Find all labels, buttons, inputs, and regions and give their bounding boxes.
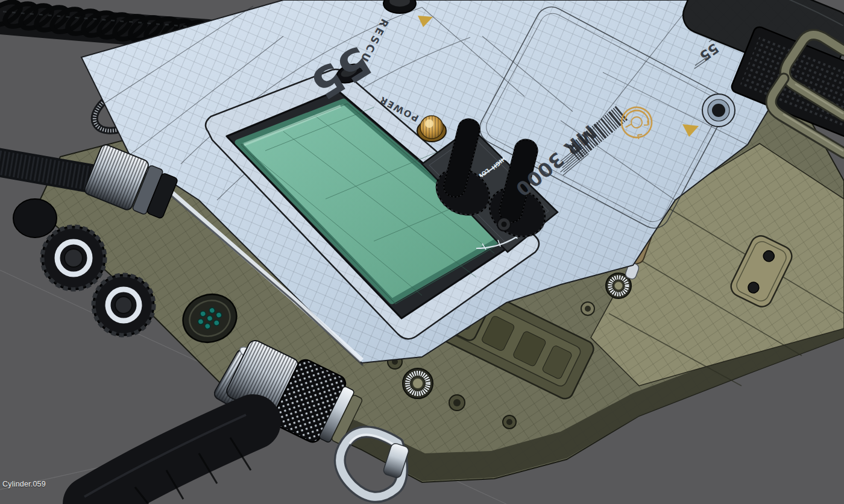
viewport[interactable]: OFF LOW HIGH	[0, 0, 844, 504]
rotary-knob-left	[93, 275, 154, 335]
viewport-canvas[interactable]: OFF LOW HIGH	[0, 0, 844, 504]
screw-insert	[403, 368, 433, 398]
object-name-label: Cylinder.059	[2, 480, 46, 488]
face-screw-boss	[702, 94, 735, 127]
rotary-knob-partial	[13, 199, 57, 238]
rotary-knob-left	[42, 227, 105, 289]
face-screw-boss	[497, 218, 511, 231]
